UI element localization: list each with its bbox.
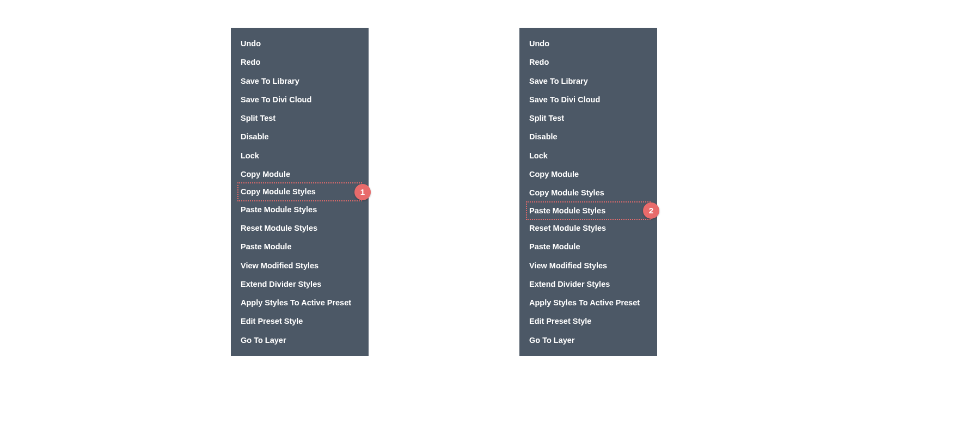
menu-item-redo[interactable]: Redo — [231, 53, 369, 71]
menu-item-go-to-layer[interactable]: Go To Layer — [231, 331, 369, 349]
context-menu-2: Undo Redo Save To Library Save To Divi C… — [519, 28, 657, 356]
menu-item-copy-module[interactable]: Copy Module — [519, 165, 657, 183]
menu-item-save-to-library[interactable]: Save To Library — [519, 72, 657, 90]
step-badge: 1 — [354, 184, 371, 200]
menu-item-split-test[interactable]: Split Test — [231, 109, 369, 127]
menu-item-save-to-library[interactable]: Save To Library — [231, 72, 369, 90]
menu-item-undo[interactable]: Undo — [231, 34, 369, 53]
menu-item-label: Paste Module Styles — [529, 206, 605, 215]
menu-item-paste-module[interactable]: Paste Module — [231, 237, 369, 256]
menu-item-disable[interactable]: Disable — [519, 127, 657, 146]
menu-item-split-test[interactable]: Split Test — [519, 109, 657, 127]
menu-item-edit-preset-style[interactable]: Edit Preset Style — [519, 312, 657, 330]
menu-item-go-to-layer[interactable]: Go To Layer — [519, 331, 657, 349]
menu-item-disable[interactable]: Disable — [231, 127, 369, 146]
menu-item-paste-module[interactable]: Paste Module — [519, 237, 657, 256]
menu-item-redo[interactable]: Redo — [519, 53, 657, 71]
menu-item-save-to-divi-cloud[interactable]: Save To Divi Cloud — [519, 90, 657, 109]
menu-item-view-modified-styles[interactable]: View Modified Styles — [519, 256, 657, 275]
menu-item-paste-module-styles[interactable]: Paste Module Styles 2 — [526, 201, 651, 220]
menu-item-copy-module-styles[interactable]: Copy Module Styles 1 — [237, 182, 362, 201]
menu-item-view-modified-styles[interactable]: View Modified Styles — [231, 256, 369, 275]
context-menu-1: Undo Redo Save To Library Save To Divi C… — [231, 28, 369, 356]
menu-item-edit-preset-style[interactable]: Edit Preset Style — [231, 312, 369, 330]
menu-item-paste-module-styles[interactable]: Paste Module Styles — [231, 200, 369, 219]
menu-item-apply-styles-to-active-preset[interactable]: Apply Styles To Active Preset — [519, 293, 657, 312]
menu-item-apply-styles-to-active-preset[interactable]: Apply Styles To Active Preset — [231, 293, 369, 312]
menu-item-lock[interactable]: Lock — [519, 146, 657, 165]
menu-item-extend-divider-styles[interactable]: Extend Divider Styles — [231, 275, 369, 293]
menu-item-copy-module-styles[interactable]: Copy Module Styles — [519, 183, 657, 202]
menu-item-extend-divider-styles[interactable]: Extend Divider Styles — [519, 275, 657, 293]
menu-item-reset-module-styles[interactable]: Reset Module Styles — [519, 219, 657, 237]
menu-item-save-to-divi-cloud[interactable]: Save To Divi Cloud — [231, 90, 369, 109]
menu-item-label: Copy Module Styles — [241, 187, 316, 196]
menu-item-undo[interactable]: Undo — [519, 34, 657, 53]
menu-item-copy-module[interactable]: Copy Module — [231, 165, 369, 183]
step-badge: 2 — [643, 202, 659, 219]
menu-item-lock[interactable]: Lock — [231, 146, 369, 165]
menu-item-reset-module-styles[interactable]: Reset Module Styles — [231, 219, 369, 237]
